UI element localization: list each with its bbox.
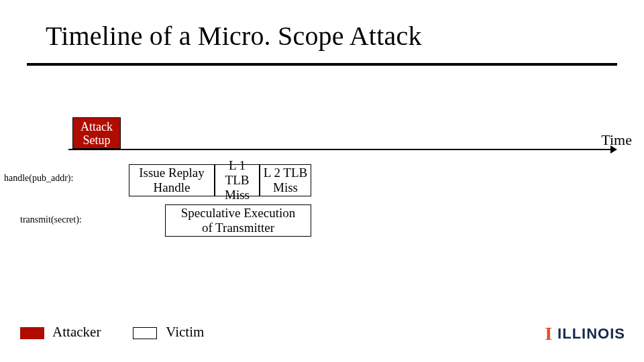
row-label-handle: handle(pub_addr): bbox=[4, 173, 73, 184]
box-l2-line2: Miss bbox=[273, 180, 298, 195]
box-speculative-execution: Speculative Execution of Transmitter bbox=[165, 204, 311, 237]
legend-swatch-victim bbox=[133, 327, 157, 339]
illinois-i-icon: I bbox=[545, 323, 552, 345]
legend-victim: Victim bbox=[133, 324, 204, 341]
legend-swatch-attacker bbox=[20, 327, 44, 339]
title-underline bbox=[27, 63, 617, 66]
attack-setup-box: Attack Setup bbox=[72, 117, 121, 149]
box-issue-replay-line1: Issue Replay bbox=[139, 166, 205, 180]
legend-victim-label: Victim bbox=[166, 324, 204, 340]
legend: Attacker Victim bbox=[20, 324, 204, 341]
attack-setup-line2: Setup bbox=[83, 133, 110, 147]
box-spec-line2: of Transmitter bbox=[202, 221, 274, 235]
row-label-transmit: transmit(secret): bbox=[20, 215, 82, 225]
attack-setup-line1: Attack bbox=[80, 120, 113, 133]
box-l1-line1: L 1 TLB bbox=[215, 158, 259, 188]
box-spec-line1: Speculative Execution bbox=[181, 206, 295, 221]
legend-attacker-label: Attacker bbox=[52, 324, 101, 340]
box-issue-replay-line2: Handle bbox=[154, 180, 191, 195]
illinois-logo: I ILLINOIS bbox=[545, 323, 625, 345]
box-l1-line2: Miss bbox=[225, 188, 250, 202]
illinois-wordmark: ILLINOIS bbox=[557, 325, 625, 343]
timeline-arrow bbox=[68, 149, 616, 150]
page-title: Timeline of a Micro. Scope Attack bbox=[46, 20, 422, 52]
box-l2-tlb-miss: L 2 TLB Miss bbox=[260, 164, 311, 196]
box-l2-line1: L 2 TLB bbox=[264, 166, 307, 180]
legend-attacker: Attacker bbox=[20, 324, 101, 341]
box-l1-tlb-miss: L 1 TLB Miss bbox=[215, 164, 260, 196]
box-issue-replay-handle: Issue Replay Handle bbox=[129, 164, 215, 196]
time-axis-label: Time bbox=[601, 131, 632, 149]
